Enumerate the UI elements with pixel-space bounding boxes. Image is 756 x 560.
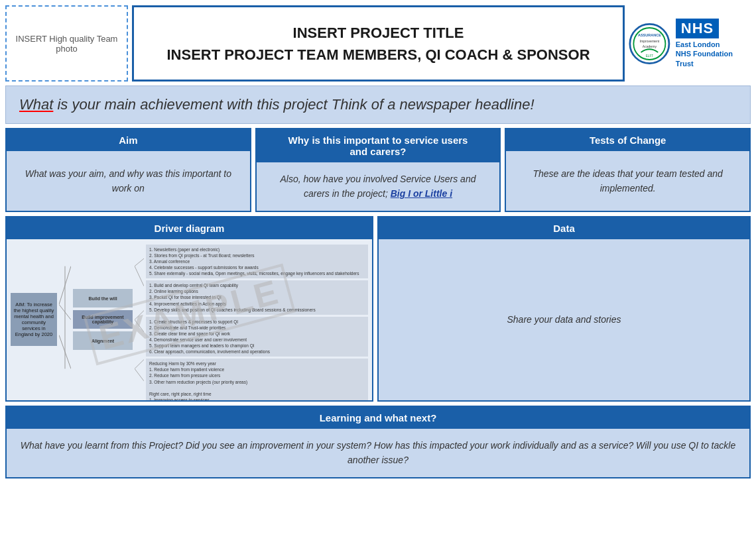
service-users-header: Why is this important to service users a…: [257, 129, 500, 162]
learning-text: What have you learnt from this Project? …: [20, 438, 736, 468]
nhs-trust-name: East London NHS Foundation Trust: [676, 40, 747, 68]
two-col-section: Driver diagram EXAMPLE AIM: To increase …: [5, 216, 751, 402]
service-users-link[interactable]: Big I or Little i: [391, 188, 452, 199]
driver-aim-box: AIM: To increase the highest quality men…: [11, 293, 57, 346]
driver-diagram-header: Driver diagram: [7, 217, 372, 239]
assurance-logo-icon: ASSURANCE Improvement Academy ELFT: [629, 21, 670, 66]
header-section: INSERT High quality Team photo INSERT PR…: [5, 5, 751, 82]
aim-body: What was your aim, and why was this impo…: [7, 151, 250, 211]
page: INSERT High quality Team photo INSERT PR…: [0, 0, 756, 560]
header-title-box: INSERT PROJECT TITLE INSERT PROJECT TEAM…: [132, 5, 625, 82]
aim-box: Aim What was your aim, and why was this …: [5, 128, 251, 212]
svg-line-10: [135, 258, 144, 266]
aim-header: Aim: [7, 129, 250, 151]
driver-secondary-group-3: 1. Create structures & processes to supp…: [146, 317, 368, 357]
tests-of-change-box: Tests of Change These are the ideas that…: [505, 128, 751, 212]
data-header: Data: [379, 217, 749, 239]
driver-secondary-group-4: Reducing Harm by 30% every year 1. Reduc…: [146, 359, 368, 400]
svg-line-15: [135, 368, 144, 380]
driver-secondary-connectors: [135, 243, 144, 396]
headline-what: What: [19, 96, 53, 113]
svg-line-14: [135, 359, 144, 368]
aim-text: What was your aim, and why was this impo…: [17, 166, 239, 196]
tests-text: These are the ideas that your team teste…: [517, 166, 739, 196]
headline-banner: What is your main achievement with this …: [5, 85, 751, 124]
svg-text:ELFT: ELFT: [646, 54, 653, 58]
headline-text: What is your main achievement with this …: [19, 96, 535, 113]
svg-text:Academy: Academy: [643, 44, 657, 48]
svg-line-13: [135, 319, 144, 331]
service-users-box: Why is this important to service users a…: [255, 128, 501, 212]
nhs-badge: NHS: [676, 19, 719, 38]
team-photo-placeholder: INSERT High quality Team photo: [5, 5, 128, 82]
project-title: INSERT PROJECT TITLE INSERT PROJECT TEAM…: [166, 22, 590, 66]
svg-line-12: [135, 310, 144, 319]
driver-primary-item-1: Build the will: [73, 289, 133, 308]
driver-inner-layout: AIM: To increase the highest quality men…: [11, 243, 368, 396]
driver-secondary-group-2: 1. Build and develop central QI team cap…: [146, 280, 368, 314]
learning-body: What have you learnt from this Project? …: [7, 429, 749, 477]
learning-section: Learning and what next? What have you le…: [5, 406, 751, 478]
driver-diagram-content: EXAMPLE AIM: To increase the highest qua…: [7, 239, 372, 400]
three-col-section: Aim What was your aim, and why was this …: [5, 128, 751, 212]
driver-diagram-box: Driver diagram EXAMPLE AIM: To increase …: [5, 216, 373, 402]
learning-header: Learning and what next?: [7, 407, 749, 429]
driver-diagram-column: Driver diagram EXAMPLE AIM: To increase …: [5, 216, 373, 402]
tests-header: Tests of Change: [506, 129, 749, 151]
logo-area: ASSURANCE Improvement Academy ELFT NHS E…: [625, 5, 751, 82]
driver-secondary-group-1: 1. Newsletters (paper and electronic) 2.…: [146, 245, 368, 278]
data-body: Share your data and stories: [379, 239, 749, 400]
driver-primary-drivers: Build the will Build improvement capabil…: [73, 243, 133, 396]
data-box: Data Share your data and stories: [377, 216, 751, 402]
svg-line-11: [135, 266, 144, 286]
driver-secondary-drivers: 1. Newsletters (paper and electronic) 2.…: [146, 243, 368, 396]
driver-primary-item-3: Alignment: [73, 331, 133, 350]
nhs-logo: NHS East London NHS Foundation Trust: [676, 19, 747, 68]
svg-text:Improvement: Improvement: [640, 39, 660, 43]
data-column: Data Share your data and stories: [377, 216, 751, 402]
service-users-body: Also, how have you involved Service User…: [257, 162, 500, 211]
driver-primary-item-2: Build improvement capability: [73, 310, 133, 329]
tests-body: These are the ideas that your team teste…: [506, 151, 749, 211]
driver-connector-lines: [59, 243, 71, 396]
data-text: Share your data and stories: [507, 312, 621, 327]
svg-text:ASSURANCE: ASSURANCE: [638, 32, 661, 36]
service-users-text: Also, how have you involved Service User…: [267, 172, 489, 201]
